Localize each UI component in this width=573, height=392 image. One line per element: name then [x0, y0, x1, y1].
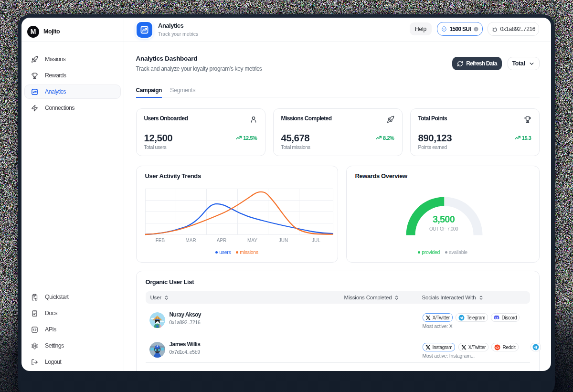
svg-text:JUN: JUN	[278, 238, 287, 243]
svg-text:APR: APR	[216, 238, 226, 243]
svg-text:FEB: FEB	[155, 238, 165, 243]
svg-text:MAY: MAY	[247, 238, 257, 243]
svg-text:MAR: MAR	[185, 238, 196, 243]
svg-text:JUL: JUL	[312, 238, 320, 243]
